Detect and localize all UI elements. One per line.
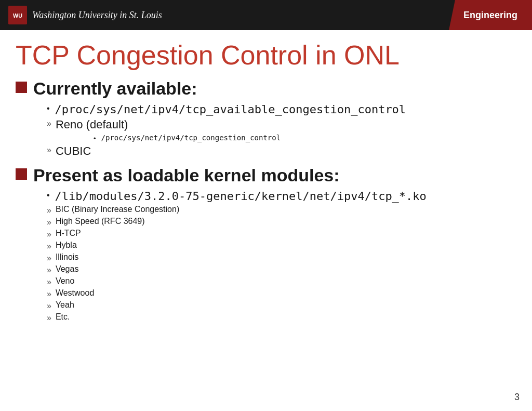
section2-content: • /lib/modules/3.2.0-75-generic/kernel/n… [47,190,511,323]
svg-text:WU: WU [13,12,22,19]
chevron-icon: » [47,277,51,287]
section1-header: Currently available: [16,78,511,99]
engineering-label: Engineering [463,10,517,21]
red-square-icon [16,168,27,180]
list-item: • /proc/sys/net/ipv4/tcp_congestion_cont… [94,134,511,142]
section2-header: Present as loadable kernel modules: [16,165,511,185]
list-item: » H-TCP [47,229,511,239]
section2-item-label: Westwood [56,288,94,298]
section2-item-label: Illinois [56,253,78,262]
university-name: Washington University in St. Louis [32,10,162,21]
bullet-icon: • [47,191,50,200]
bullet-icon: • [94,135,96,142]
list-item: » Illinois [47,253,511,263]
chevron-icon: » [47,218,51,227]
list-item: » BIC (Binary Increase Congestion) [47,205,511,215]
chevron-icon: » [47,289,51,299]
list-item: » Veno [47,276,511,287]
list-item: » High Speed (RFC 3649) [47,217,511,227]
section2-item-label: Veno [56,276,74,286]
chevron-icon: » [47,145,51,155]
list-item: » Hybla [47,241,511,251]
header: WU Washington University in St. Louis En… [0,0,532,30]
section1-sub1-label: Reno (default) [56,118,128,131]
section2-item-label: Yeah [56,300,74,310]
list-item: » Westwood [47,288,511,299]
section1-sub1-content: • /proc/sys/net/ipv4/tcp_congestion_cont… [94,134,511,142]
engineering-badge: Engineering [449,0,532,30]
list-item: » Reno (default) [47,118,511,131]
section2-item-label: High Speed (RFC 3649) [56,217,145,226]
section1-bullet1: /proc/sys/net/ipv4/tcp_available_congest… [55,103,406,116]
list-item: • /proc/sys/net/ipv4/tcp_available_conge… [47,103,511,116]
page-number: 3 [514,392,520,403]
section2-items-list: » BIC (Binary Increase Congestion) » Hig… [47,205,511,323]
red-square-icon [16,82,27,93]
chevron-icon: » [47,266,51,275]
section1-heading: Currently available: [33,78,197,99]
section2-item-label: Hybla [56,241,77,250]
list-item: » Vegas [47,264,511,275]
section2-item-label: H-TCP [56,229,81,238]
university-logo: WU Washington University in St. Louis [8,6,162,24]
chevron-icon: » [47,230,51,239]
list-item: » Etc. [47,312,511,323]
chevron-icon: » [47,242,51,251]
section2-item-label: BIC (Binary Increase Congestion) [56,205,179,214]
chevron-icon: » [47,301,51,311]
chevron-icon: » [47,119,51,128]
list-item: » CUBIC [47,144,511,158]
washu-shield-icon: WU [8,6,27,24]
section2-item-label: Etc. [56,312,70,322]
list-item: • /lib/modules/3.2.0-75-generic/kernel/n… [47,190,511,203]
section2-item-label: Vegas [56,264,78,274]
chevron-icon: » [47,254,51,263]
list-item: » Yeah [47,300,511,311]
section1-sub1-bullet: /proc/sys/net/ipv4/tcp_congestion_contro… [101,134,281,142]
bullet-icon: • [47,104,50,113]
slide-content: TCP Congestion Control in ONL Currently … [0,30,532,335]
section2-bullet1: /lib/modules/3.2.0-75-generic/kernel/net… [55,190,427,203]
section1-content: • /proc/sys/net/ipv4/tcp_available_conge… [47,103,511,158]
section1-sub2: CUBIC [56,144,91,158]
slide-title: TCP Congestion Control in ONL [16,41,511,70]
chevron-icon: » [47,313,51,323]
section2-heading: Present as loadable kernel modules: [33,165,340,185]
chevron-icon: » [47,206,51,215]
